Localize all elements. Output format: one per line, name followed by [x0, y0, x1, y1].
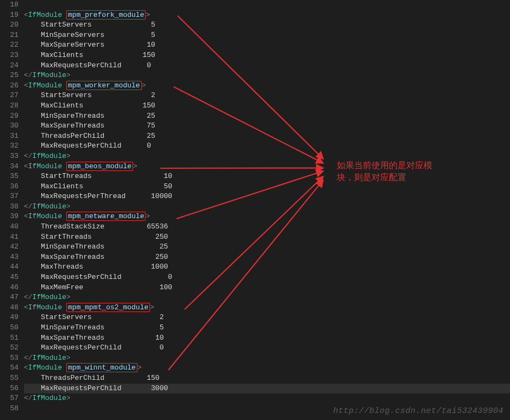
- line-number: 58: [3, 404, 18, 414]
- code-line: MaxSpareThreads 75: [24, 121, 510, 131]
- line-number: 39: [3, 212, 18, 222]
- line-number: 29: [3, 111, 18, 122]
- line-number: 56: [3, 384, 18, 394]
- line-number: 27: [3, 91, 18, 101]
- highlight-box: mpm_worker_module: [66, 81, 142, 90]
- watermark: http://blog.csdn.net/tai532439904: [333, 406, 503, 416]
- line-number: 32: [3, 141, 18, 151]
- line-number: 46: [3, 283, 18, 293]
- code-line: <IfModule mpm_netware_module>: [24, 212, 510, 222]
- code-line: </IfModule>: [24, 393, 510, 404]
- line-number: 57: [3, 393, 18, 404]
- code-line: StartServers 5: [24, 20, 510, 30]
- line-number: 48: [3, 303, 18, 313]
- line-number: 20: [3, 20, 18, 30]
- code-line: ThreadStackSize 65536: [24, 222, 510, 232]
- code-line: MaxRequestsPerChild 3000: [24, 384, 510, 394]
- line-number: 28: [3, 101, 18, 111]
- code-line: [24, 0, 510, 10]
- line-number: 23: [3, 50, 18, 61]
- code-line: </IfModule>: [24, 353, 510, 364]
- code-line: MaxSpareServers 10: [24, 40, 510, 50]
- line-number: 47: [3, 292, 18, 303]
- highlight-box: mpm_winnt_module: [66, 363, 137, 372]
- line-number: 30: [3, 121, 18, 131]
- code-editor[interactable]: 1819202122232425262728293031323334353637…: [0, 0, 510, 420]
- annotation-text: 如果当前使用的是对应模 块，则是对应配置: [337, 160, 445, 183]
- code-line: ThreadsPerChild 25: [24, 131, 510, 142]
- line-number: 43: [3, 252, 18, 263]
- line-number: 42: [3, 242, 18, 252]
- code-line: MinSpareThreads 5: [24, 323, 510, 333]
- code-line: MaxThreads 1000: [24, 262, 510, 272]
- line-number: 33: [3, 151, 18, 162]
- code-line: MaxMemFree 100: [24, 283, 510, 293]
- code-area[interactable]: <IfModule mpm_prefork_module> StartServe…: [24, 0, 510, 420]
- line-number: 25: [3, 71, 18, 81]
- line-number: 37: [3, 192, 18, 202]
- code-line: MaxRequestsPerChild 0: [24, 343, 510, 353]
- line-number: 38: [3, 202, 18, 212]
- line-number: 51: [3, 333, 18, 343]
- code-line: MaxSpareThreads 250: [24, 252, 510, 263]
- code-line: MaxSpareThreads 10: [24, 333, 510, 343]
- code-line: MaxRequestsPerChild 0: [24, 61, 510, 71]
- line-number: 49: [3, 313, 18, 323]
- line-number: 36: [3, 182, 18, 192]
- code-line: ThreadsPerChild 150: [24, 373, 510, 384]
- annotation-line2: 块，则是对应配置: [337, 171, 445, 183]
- line-number: 40: [3, 222, 18, 232]
- code-line: MaxClients 150: [24, 101, 510, 111]
- line-number: 19: [3, 10, 18, 21]
- highlight-box: mpm_prefork_module: [66, 10, 146, 20]
- line-number: 21: [3, 30, 18, 41]
- line-number: 34: [3, 162, 18, 172]
- line-number: 45: [3, 272, 18, 283]
- highlight-box: mpm_beos_module: [66, 162, 133, 171]
- code-line: StartServers 2: [24, 91, 510, 101]
- code-line: StartThreads 250: [24, 232, 510, 243]
- code-line: <IfModule mpm_prefork_module>: [24, 10, 510, 21]
- line-number: 44: [3, 262, 18, 272]
- code-line: MinSpareServers 5: [24, 30, 510, 41]
- code-line: MaxClients 150: [24, 50, 510, 61]
- line-number: 35: [3, 171, 18, 182]
- code-line: </IfModule>: [24, 71, 510, 81]
- line-number: 24: [3, 61, 18, 71]
- code-line: </IfModule>: [24, 292, 510, 303]
- annotation-line1: 如果当前使用的是对应模: [337, 160, 445, 171]
- line-number-gutter: 1819202122232425262728293031323334353637…: [0, 0, 24, 420]
- code-line: MinSpareThreads 25: [24, 111, 510, 122]
- code-line: <IfModule mpm_winnt_module>: [24, 363, 510, 373]
- line-number: 52: [3, 343, 18, 353]
- line-number: 50: [3, 323, 18, 333]
- code-line: StartServers 2: [24, 313, 510, 323]
- line-number: 54: [3, 363, 18, 373]
- line-number: 53: [3, 353, 18, 364]
- code-line: MaxRequestsPerChild 0: [24, 141, 510, 151]
- line-number: 18: [3, 0, 18, 10]
- code-line: MinSpareThreads 25: [24, 242, 510, 252]
- highlight-box: mpm_netware_module: [66, 212, 146, 221]
- code-line: <IfModule mpm_mpmt_os2_module>: [24, 303, 510, 313]
- code-line: </IfModule>: [24, 202, 510, 212]
- line-number: 31: [3, 131, 18, 142]
- code-line: <IfModule mpm_worker_module>: [24, 81, 510, 91]
- highlight-box: mpm_mpmt_os2_module: [66, 303, 150, 312]
- code-line: MaxRequestsPerThread 10000: [24, 192, 510, 202]
- code-line: MaxRequestsPerChild 0: [24, 272, 510, 283]
- line-number: 41: [3, 232, 18, 243]
- line-number: 22: [3, 40, 18, 50]
- line-number: 26: [3, 81, 18, 91]
- line-number: 55: [3, 373, 18, 384]
